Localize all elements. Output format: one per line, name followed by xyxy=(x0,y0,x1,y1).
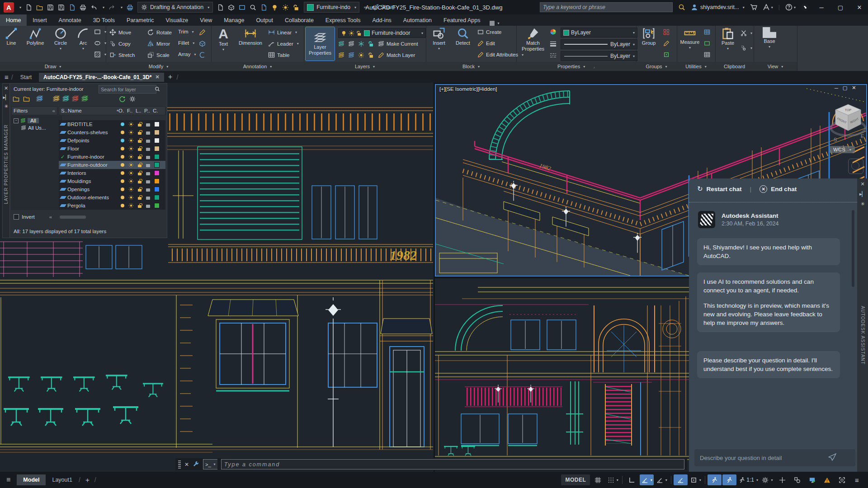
command-prompt-icon[interactable]: >_▾ xyxy=(203,459,217,469)
ellipse-tool[interactable]: ▾ xyxy=(94,40,106,47)
drawing-restore-icon[interactable]: ▢ xyxy=(843,85,847,91)
delete-layer-icon[interactable] xyxy=(72,95,79,102)
invert-filter[interactable]: Invert « xyxy=(14,214,52,220)
new-group-filter-icon[interactable] xyxy=(23,95,30,102)
command-grip-handle[interactable] xyxy=(178,460,181,469)
trim-tool[interactable]: Trim▾ xyxy=(178,29,194,34)
annotation-visibility-toggle[interactable] xyxy=(708,474,722,485)
refresh-icon[interactable] xyxy=(119,95,126,102)
viewport-controls-label[interactable]: [+][SE Isometric][Hidden] xyxy=(439,86,497,92)
layer-color-swatch[interactable] xyxy=(154,170,160,176)
col-lock[interactable]: L.. xyxy=(136,108,144,113)
ribbon-tab[interactable]: Automation xyxy=(397,14,438,26)
plot-icon[interactable] xyxy=(69,4,75,11)
tree-collapse-icon[interactable]: − xyxy=(14,118,19,123)
layer-plot-icon[interactable] xyxy=(146,197,150,200)
layer-row[interactable]: Pergola xyxy=(59,202,165,210)
search-input[interactable] xyxy=(540,2,673,12)
layer-lock-icon[interactable] xyxy=(138,124,142,127)
search-icon[interactable] xyxy=(678,4,685,11)
assistant-launcher-icon[interactable] xyxy=(801,3,809,11)
scale-tool[interactable]: Scale xyxy=(147,52,170,58)
properties-launcher-icon[interactable]: ⌟ xyxy=(593,65,595,69)
arc-tool[interactable]: Arc▾ xyxy=(74,27,92,51)
fillet-tool[interactable]: Fillet▾ xyxy=(178,40,194,46)
collapse-tree-icon[interactable]: « xyxy=(49,214,52,220)
isolate-objects-button[interactable] xyxy=(790,474,804,485)
group-select-tool[interactable] xyxy=(663,52,670,58)
measure-tool[interactable]: Measure▾ xyxy=(678,27,702,50)
filter-tree-all[interactable]: − All xyxy=(14,118,60,123)
layer-off-icon[interactable] xyxy=(338,52,344,58)
layer-lock-icon[interactable] xyxy=(138,164,142,167)
drawing-tab[interactable]: AutoCAD-FY25_Fire-...-Book-Cafe_01_3D* ✕ xyxy=(39,73,164,82)
filters-header[interactable]: Filters« xyxy=(11,106,57,115)
polar-tracking-toggle[interactable]: ▾ xyxy=(640,474,654,485)
save-as-icon[interactable] xyxy=(58,4,65,11)
minimize-button[interactable]: ─ xyxy=(815,1,828,13)
col-status[interactable]: S.. xyxy=(61,108,68,113)
new-tab-button[interactable]: ＋ xyxy=(167,72,174,82)
layer-freeze-icon[interactable] xyxy=(128,178,134,184)
filter-tree-all-used[interactable]: All Us... xyxy=(21,125,60,131)
navigation-bar-icon[interactable] xyxy=(848,159,863,174)
layer-unlock-tool-icon[interactable] xyxy=(368,52,374,58)
layer-plot-icon[interactable] xyxy=(146,205,150,208)
insert-block-tool[interactable]: Insert▾ xyxy=(429,27,449,51)
quick-select-tool[interactable] xyxy=(704,29,710,35)
offset-tool[interactable] xyxy=(199,52,206,58)
select-similar-tool[interactable] xyxy=(704,40,710,47)
layer-color-swatch[interactable] xyxy=(154,195,160,200)
layer-lock-icon[interactable] xyxy=(138,132,142,135)
layer-plot-icon[interactable] xyxy=(146,123,150,127)
layer-plot-icon[interactable] xyxy=(146,164,150,167)
edit-block-tool[interactable]: Edit xyxy=(477,40,495,47)
drawing-minimize-icon[interactable]: ─ xyxy=(835,85,838,91)
markup-icon[interactable] xyxy=(217,4,224,11)
rotate-tool[interactable]: Rotate xyxy=(147,29,172,36)
dimension-tool[interactable]: Dimension xyxy=(236,27,265,46)
layer-row[interactable]: Furniture-outdoor xyxy=(59,161,165,169)
layout1-tab[interactable]: Layout1 xyxy=(46,474,78,485)
layer-color-swatch[interactable] xyxy=(154,138,160,143)
layer-freeze-icon[interactable] xyxy=(128,138,134,143)
open-icon[interactable] xyxy=(36,4,43,11)
properties-palette-icon[interactable] xyxy=(239,4,245,11)
circle-tool[interactable]: Circle▾ xyxy=(50,27,71,51)
layer-color-swatch[interactable] xyxy=(154,122,160,127)
detect-tool[interactable]: Detect xyxy=(452,27,474,46)
ungroup-tool[interactable] xyxy=(663,29,670,35)
layer-freeze-icon[interactable] xyxy=(128,130,134,135)
match-layer-button[interactable]: Match Layer xyxy=(378,52,415,58)
ribbon-tab[interactable]: Add-ins xyxy=(366,14,397,26)
ortho-toggle[interactable] xyxy=(625,474,639,485)
layer-row[interactable]: Defpoints xyxy=(59,136,165,145)
create-block-tool[interactable]: Create xyxy=(477,29,502,35)
hatch-tool[interactable]: ▾ xyxy=(94,51,106,58)
layer-color-swatch[interactable] xyxy=(154,187,160,192)
new-layer-icon[interactable] xyxy=(53,95,60,102)
layer-thaw-sun-tool-icon[interactable] xyxy=(358,52,364,58)
layer-on-icon[interactable] xyxy=(121,139,124,142)
restart-chat-button[interactable]: ↻ Restart chat xyxy=(697,185,742,193)
layer-lock-icon[interactable] xyxy=(138,173,142,175)
app-menu-caret-icon[interactable]: ▾ xyxy=(19,5,21,9)
ribbon-tab[interactable]: Annotate xyxy=(53,14,87,26)
model-space-toggle[interactable]: MODEL xyxy=(561,474,590,485)
copy-clip-tool[interactable]: ▾ xyxy=(741,45,752,51)
layer-restore-icon[interactable] xyxy=(348,41,354,47)
table-tool[interactable]: Table xyxy=(268,52,290,58)
new-drawing-icon[interactable] xyxy=(25,4,32,11)
new-frozen-layer-icon[interactable] xyxy=(62,95,69,102)
layer-lock-icon[interactable] xyxy=(138,156,142,159)
ribbon-display-toggle[interactable]: ▾ xyxy=(490,21,499,26)
layout-menu-icon[interactable]: ≡ xyxy=(0,476,17,484)
quick-calculator-tool[interactable] xyxy=(704,52,710,58)
layer-plot-icon[interactable] xyxy=(146,156,150,159)
layer-on-icon[interactable] xyxy=(121,155,124,159)
plot-preview-icon[interactable] xyxy=(250,4,256,11)
utilities-panel-footer[interactable]: Utilities▾ xyxy=(677,62,715,71)
ribbon-tab[interactable]: Express Tools xyxy=(320,14,367,26)
start-tab[interactable]: Start xyxy=(16,73,36,82)
crosshair-button[interactable] xyxy=(775,474,789,485)
